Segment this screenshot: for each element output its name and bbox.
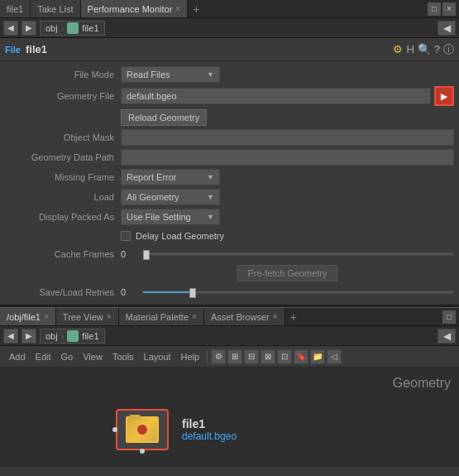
node-folder-icon [127, 418, 157, 441]
tab-take-list-label: Take List [37, 4, 73, 14]
cache-frames-slider-row: 0 [121, 249, 454, 259]
cache-frames-label: Cache Frames [5, 249, 121, 259]
nav-forward-button[interactable]: ▶ [22, 21, 36, 36]
window-close-button[interactable]: × [442, 2, 456, 16]
geometry-data-path-label: Geometry Data Path [5, 152, 121, 162]
tab-material-palette-close-icon[interactable]: × [192, 312, 197, 321]
tab-asset-browser[interactable]: Asset Browser × [204, 308, 285, 325]
bottom-tab-add-button[interactable]: + [285, 310, 302, 324]
node-file: default.bgeo [182, 430, 237, 442]
missing-frame-row: Missing Frame Report Error ▼ [0, 167, 459, 187]
search-icon[interactable]: 🔍 [418, 43, 431, 55]
geometry-browse-button[interactable]: ▶ [434, 86, 454, 106]
file-mode-value: Read Files ▼ [121, 66, 454, 83]
toolbar-tools-button[interactable]: Tools [108, 349, 138, 365]
load-arrow-icon: ▼ [207, 193, 214, 201]
nav-path-obj[interactable]: obj [45, 23, 58, 33]
object-mask-label: Object Mask [5, 132, 121, 142]
toolbar-back-icon[interactable]: ◁ [327, 349, 342, 364]
toolbar-add-button[interactable]: Add [5, 349, 30, 365]
houdini-icon[interactable]: H [406, 43, 414, 55]
bottom-nav-pin-button[interactable]: ◀ [437, 329, 456, 344]
bottom-window-minimize-button[interactable]: □ [442, 310, 456, 324]
toolbar-grid2-icon[interactable]: ⊟ [244, 349, 259, 364]
nav-path[interactable]: obj › file1 [40, 21, 105, 36]
tab-material-palette[interactable]: Material Palette × [119, 308, 204, 325]
delay-load-geometry-label: Delay Load Geometry [136, 231, 224, 241]
toolbar-gear-icon[interactable]: ⚙ [211, 349, 226, 364]
nav-bar: ◀ ▶ obj › file1 ◀ [0, 18, 459, 38]
toolbar-view-button[interactable]: View [79, 349, 107, 365]
nav-pin-button[interactable]: ◀ [437, 21, 456, 36]
bottom-nav-forward-button[interactable]: ▶ [22, 329, 36, 344]
save-load-thumb[interactable] [189, 288, 196, 298]
toolbar-bookmark-icon[interactable]: 🔖 [294, 349, 308, 364]
bottom-nav-back-button[interactable]: ◀ [3, 329, 18, 344]
load-dropdown[interactable]: All Geometry ▼ [121, 189, 220, 205]
cache-frames-value: 0 [121, 249, 137, 259]
geometry-data-path-input[interactable] [121, 149, 454, 166]
tab-tree-view-close-icon[interactable]: × [107, 312, 112, 321]
delay-load-geometry-row: Delay Load Geometry [0, 227, 459, 245]
geometry-file-value: ▶ [121, 86, 454, 106]
tab-take-list[interactable]: Take List [31, 0, 80, 17]
cache-frames-thumb[interactable] [143, 250, 150, 260]
nav-path-file1[interactable]: file1 [82, 23, 98, 33]
bottom-nav-path[interactable]: obj › file1 [40, 329, 105, 344]
toolbar-help-button[interactable]: Help [177, 349, 204, 365]
prefetch-geometry-button[interactable]: Pre-fetch Geometry [237, 265, 338, 281]
node-center-dot [137, 425, 147, 435]
geometry-file-input[interactable] [121, 88, 431, 104]
tab-obj-file1-close-icon[interactable]: × [44, 312, 49, 321]
object-mask-input[interactable] [121, 129, 454, 146]
toolbar-layout-button[interactable]: Layout [140, 349, 175, 365]
object-mask-row: Object Mask [0, 127, 459, 147]
node-icon[interactable] [116, 409, 169, 450]
save-load-retries-label: Save/Load Retries [5, 287, 121, 297]
bottom-nav-path-obj[interactable]: obj [45, 331, 58, 341]
tab-file1[interactable]: file1 [0, 0, 31, 17]
delay-load-checkbox-row: Delay Load Geometry [121, 231, 224, 241]
tab-tree-view[interactable]: Tree View × [56, 308, 119, 325]
bottom-nav-path-file1[interactable]: file1 [82, 331, 98, 341]
geo-file-row: ▶ [121, 86, 454, 106]
toolbar-grid1-icon[interactable]: ⊞ [227, 349, 242, 364]
toolbar-edit-button[interactable]: Edit [31, 349, 55, 365]
toolbar-grid4-icon[interactable]: ⊡ [277, 349, 292, 364]
top-tabbar: file1 Take List Performance Monitor × + … [0, 0, 459, 18]
toolbar-grid3-icon[interactable]: ⊠ [261, 349, 275, 364]
dropdown-arrow-icon: ▼ [207, 70, 214, 79]
tab-perf-close-icon[interactable]: × [175, 4, 180, 13]
reload-geometry-row: Reload Geometry [0, 108, 459, 127]
file-mode-dropdown[interactable]: Read Files ▼ [121, 66, 220, 83]
tab-add-button[interactable]: + [188, 2, 204, 16]
tab-obj-file1[interactable]: /obj/file1 × [0, 308, 56, 325]
file-mode-label: File Mode [5, 70, 121, 79]
info-icon[interactable]: ⓘ [443, 42, 454, 57]
missing-frame-dropdown[interactable]: Report Error ▼ [121, 169, 220, 185]
cache-frames-slider[interactable] [142, 252, 454, 256]
gear-icon[interactable]: ⚙ [393, 43, 403, 55]
display-packed-as-row: Display Packed As Use File Setting ▼ [0, 207, 459, 227]
tab-obj-file1-label: /obj/file1 [7, 312, 41, 322]
toolbar-go-button[interactable]: Go [57, 349, 78, 365]
save-load-retries-row: Save/Load Retries 0 [0, 283, 459, 301]
help-icon[interactable]: ? [434, 43, 440, 55]
file-mode-row: File Mode Read Files ▼ [0, 65, 459, 84]
save-load-slider[interactable] [142, 291, 454, 294]
display-packed-as-dropdown[interactable]: Use File Setting ▼ [121, 209, 220, 225]
file-icon: File [5, 45, 21, 55]
reload-geometry-button[interactable]: Reload Geometry [121, 109, 207, 126]
load-label: Load [5, 192, 121, 202]
tab-performance-monitor[interactable]: Performance Monitor × [81, 0, 189, 17]
delay-load-checkbox[interactable] [121, 231, 131, 241]
nav-back-button[interactable]: ◀ [3, 21, 18, 36]
window-minimize-button[interactable]: □ [428, 2, 441, 16]
load-row: Load All Geometry ▼ [0, 187, 459, 207]
bottom-tab-controls: □ [442, 310, 459, 324]
toolbar-folder-icon[interactable]: 📁 [310, 349, 325, 364]
browse-arrow-icon: ▶ [441, 92, 447, 101]
props-panel: File Mode Read Files ▼ Geometry File ▶ R… [0, 61, 459, 305]
bottom-nav: ◀ ▶ obj › file1 ◀ [0, 326, 459, 346]
tab-asset-browser-close-icon[interactable]: × [273, 312, 278, 321]
